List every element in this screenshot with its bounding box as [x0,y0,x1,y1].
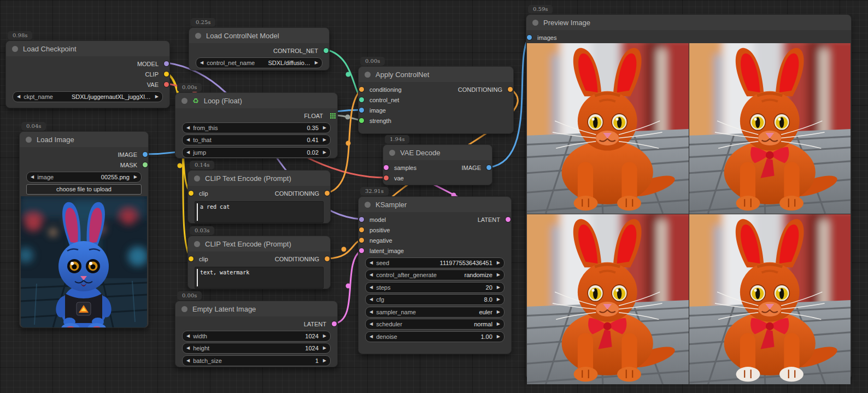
port-images-input[interactable] [527,35,532,40]
collapse-dot[interactable] [195,33,201,39]
node-empty-latent-image[interactable]: 0.00s Empty Latent Image LATENT ◀width10… [175,301,338,367]
port-clip-input[interactable] [189,191,193,196]
scheduler-widget[interactable]: ◀schedulernormal▶ [365,319,505,330]
collapse-dot[interactable] [389,150,395,156]
prev-arrow-icon[interactable]: ◀ [186,138,190,142]
port-image-input[interactable] [359,108,364,113]
to-that-widget[interactable]: ◀to_that0.41▶ [182,134,331,145]
prev-arrow-icon[interactable]: ◀ [370,322,373,326]
port-positive-input[interactable] [359,227,364,232]
control-after-generate-widget[interactable]: ◀control_after_generaterandomize▶ [365,269,505,280]
control-net-name-widget[interactable]: ◀ control_net_name SDXL/diffusio… ▶ [196,57,322,68]
node-title-bar[interactable]: CLIP Text Encode (Prompt) [188,236,330,251]
node-load-controlnet-model[interactable]: 0.25s Load ControlNet Model CONTROL_NET … [189,27,330,71]
node-graph-canvas[interactable]: 0.98s Load Checkpoint MODEL CLIP VAE ◀ c… [0,0,868,393]
prev-arrow-icon[interactable]: ◀ [370,297,373,302]
jump-widget[interactable]: ◀jump0.02▶ [182,147,331,158]
next-arrow-icon[interactable]: ▶ [497,285,500,290]
node-loop-float[interactable]: 0.00s ♻ Loop (Float) FLOAT ◀from_this0.3… [175,92,338,159]
prev-arrow-icon[interactable]: ◀ [370,285,373,290]
prev-arrow-icon[interactable]: ◀ [186,359,190,363]
next-arrow-icon[interactable]: ▶ [315,61,318,65]
collapse-dot[interactable] [365,72,371,78]
port-conditioning-input[interactable] [359,87,364,92]
port-clip-output[interactable] [164,72,169,77]
node-title-bar[interactable]: Load ControlNet Model [189,28,329,43]
prompt-textarea[interactable]: a red cat [195,201,324,223]
node-title-bar[interactable]: Preview Image [526,15,851,30]
prev-arrow-icon[interactable]: ◀ [186,150,190,155]
node-clip-text-encode-negative[interactable]: 0.03s CLIP Text Encode (Prompt) clip CON… [187,236,331,289]
node-title-bar[interactable]: Apply ControlNet [359,67,513,82]
prev-arrow-icon[interactable]: ◀ [17,95,20,99]
prev-arrow-icon[interactable]: ◀ [370,261,373,265]
collapse-dot[interactable] [26,137,32,143]
from-this-widget[interactable]: ◀from_this0.35▶ [182,122,331,133]
cfg-widget[interactable]: ◀cfg8.0▶ [365,294,505,305]
collapse-dot[interactable] [181,98,187,104]
node-vae-decode[interactable]: 1.94s VAE Decode samples IMAGE vae [383,144,492,185]
port-latent-image-input[interactable] [359,248,364,253]
port-latent-output[interactable] [332,321,337,326]
collapse-dot[interactable] [194,241,200,247]
port-conditioning-output[interactable] [325,191,330,196]
prompt-textarea[interactable]: text, watermark [195,267,324,289]
port-model-output[interactable] [164,61,169,66]
node-title-bar[interactable]: CLIP Text Encode (Prompt) [188,171,330,186]
preview-image-3[interactable] [527,214,689,385]
image-file-widget[interactable]: ◀image00255.png▶ [26,172,142,183]
preview-image-1[interactable] [527,43,689,214]
next-arrow-icon[interactable]: ▶ [323,334,326,338]
collapse-dot[interactable] [194,175,200,181]
port-clip-input[interactable] [189,256,193,261]
port-vae-input[interactable] [384,175,389,180]
port-control-net-output[interactable] [324,48,329,53]
next-arrow-icon[interactable]: ▶ [323,126,326,130]
next-arrow-icon[interactable]: ▶ [497,261,500,265]
next-arrow-icon[interactable]: ▶ [323,138,326,142]
port-image-output[interactable] [143,152,148,157]
prev-arrow-icon[interactable]: ◀ [200,61,203,65]
node-load-checkpoint[interactable]: 0.98s Load Checkpoint MODEL CLIP VAE ◀ c… [5,40,170,108]
port-conditioning-output[interactable] [508,87,513,92]
batch-size-widget[interactable]: ◀batch_size1▶ [182,355,331,366]
next-arrow-icon[interactable]: ▶ [497,335,500,339]
choose-file-button[interactable]: choose file to upload [26,184,142,195]
node-ksampler[interactable]: 32.91s KSampler model LATENT positive ne… [358,196,512,354]
preview-image-2[interactable] [689,43,851,214]
seed-widget[interactable]: ◀seed1119775536436451▶ [365,257,505,268]
next-arrow-icon[interactable]: ▶ [323,359,326,363]
next-arrow-icon[interactable]: ▶ [155,95,159,99]
node-title-bar[interactable]: KSampler [359,197,511,212]
port-image-output[interactable] [486,165,491,170]
sampler-name-widget[interactable]: ◀sampler_nameeuler▶ [365,307,505,318]
next-arrow-icon[interactable]: ▶ [497,310,500,314]
node-load-image[interactable]: 0.04s Load Image IMAGE MASK ◀image00255.… [19,131,149,328]
collapse-dot[interactable] [532,20,538,26]
prev-arrow-icon[interactable]: ◀ [186,346,190,350]
next-arrow-icon[interactable]: ▶ [497,322,500,326]
port-model-input[interactable] [359,217,364,222]
port-samples-input[interactable] [384,165,389,170]
port-negative-input[interactable] [359,238,364,243]
port-mask-output[interactable] [143,162,148,167]
node-title-bar[interactable]: Load Checkpoint [6,41,169,56]
node-title-bar[interactable]: VAE Decode [383,145,492,160]
port-strength-input[interactable] [359,118,364,123]
next-arrow-icon[interactable]: ▶ [134,175,137,179]
steps-widget[interactable]: ◀steps20▶ [365,282,505,293]
node-apply-controlnet[interactable]: 0.00s Apply ControlNet conditioning COND… [358,66,514,134]
width-widget[interactable]: ◀width1024▶ [182,331,331,342]
prev-arrow-icon[interactable]: ◀ [370,310,373,314]
ckpt-name-widget[interactable]: ◀ ckpt_name SDXL/juggernautXL_juggXl… ▶ [13,91,163,102]
image-thumbnail[interactable] [21,196,147,327]
next-arrow-icon[interactable]: ▶ [323,346,326,350]
prev-arrow-icon[interactable]: ◀ [370,335,373,339]
next-arrow-icon[interactable]: ▶ [497,297,500,302]
preview-image-4[interactable] [689,214,851,385]
collapse-dot[interactable] [181,306,187,312]
denoise-widget[interactable]: ◀denoise1.00▶ [365,331,505,342]
collapse-dot[interactable] [12,46,18,52]
node-title-bar[interactable]: Load Image [20,132,148,147]
prev-arrow-icon[interactable]: ◀ [186,334,190,338]
